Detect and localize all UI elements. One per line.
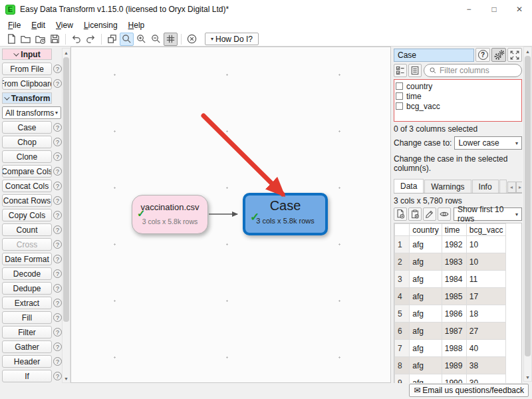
scroll-down-icon[interactable]: ▼ <box>524 373 531 381</box>
help-icon[interactable] <box>53 196 62 205</box>
sidebar-item-chop[interactable]: Chop <box>2 136 52 148</box>
zoom-in-icon[interactable] <box>134 33 148 46</box>
menu-help[interactable]: Help <box>123 19 150 31</box>
sidebar-item-from-clipboard[interactable]: From Clipboard <box>2 77 52 90</box>
source-node-vaccination[interactable]: ✓ vaccination.csv 3 cols x 5.8k rows <box>132 195 208 234</box>
undo-icon[interactable] <box>69 33 83 46</box>
help-icon[interactable] <box>53 152 62 161</box>
help-icon[interactable]: ? <box>475 48 490 62</box>
tab-scroll-right-icon[interactable]: ▸ <box>516 182 522 193</box>
cancel-icon[interactable] <box>185 33 199 46</box>
column-header-time[interactable]: time <box>442 224 466 236</box>
tab-data[interactable]: Data <box>394 179 424 194</box>
find-icon[interactable] <box>120 33 134 46</box>
scroll-down-icon[interactable]: ▼ <box>63 374 70 382</box>
tab-warnings[interactable]: Warnings <box>424 180 471 193</box>
help-icon[interactable] <box>53 240 62 249</box>
sidebar-item-extract[interactable]: Extract <box>2 297 52 309</box>
column-option-bcg_vacc[interactable]: bcg_vacc <box>396 101 521 111</box>
sidebar-item-compare-cols[interactable]: Compare Cols <box>2 165 52 178</box>
menu-file[interactable]: File <box>3 19 26 31</box>
column-header-bcg_vacc[interactable]: bcg_vacc <box>466 224 506 236</box>
list-view-icon[interactable] <box>408 64 422 77</box>
sidebar-scrollbar[interactable]: ▲ ▼ <box>62 48 70 383</box>
help-icon[interactable] <box>53 299 62 307</box>
show-rows-dropdown[interactable]: Show first 10 rows ▾ <box>454 207 522 221</box>
transform-node-case[interactable]: ✓ Case 3 cols x 5.8k rows <box>243 193 328 235</box>
recent-files-icon[interactable] <box>33 33 47 46</box>
help-icon[interactable] <box>53 269 62 278</box>
help-icon[interactable] <box>53 357 62 366</box>
sidebar-item-case[interactable]: Case <box>2 121 52 134</box>
help-icon[interactable] <box>53 211 62 219</box>
checkbox-bcg_vacc[interactable] <box>396 102 403 110</box>
help-icon[interactable] <box>53 342 62 351</box>
tab-scroll-left-icon[interactable]: ◂ <box>507 182 516 193</box>
zoom-out-icon[interactable] <box>149 33 163 46</box>
sidebar-item-fill[interactable]: Fill <box>2 311 52 324</box>
help-icon[interactable] <box>53 284 62 293</box>
save-icon[interactable] <box>48 33 62 46</box>
help-icon[interactable] <box>53 65 62 73</box>
help-icon[interactable] <box>53 328 62 336</box>
help-icon[interactable] <box>53 225 62 234</box>
scroll-up-icon[interactable]: ▲ <box>63 49 70 57</box>
sidebar-item-filter[interactable]: Filter <box>2 326 52 338</box>
help-icon[interactable] <box>53 123 62 132</box>
tab-com[interactable]: Com <box>499 180 507 193</box>
column-header-country[interactable]: country <box>410 224 442 236</box>
sidebar-item-concat-cols[interactable]: Concat Cols <box>2 180 52 192</box>
transform-section-header[interactable]: Transform <box>2 92 52 104</box>
help-icon[interactable] <box>53 138 62 146</box>
sidebar-item-if[interactable]: If <box>2 370 52 382</box>
settings-gears-icon[interactable] <box>491 48 506 62</box>
help-icon[interactable] <box>53 255 62 263</box>
sidebar-item-date-format[interactable]: Date Format <box>2 253 52 265</box>
sidebar-item-header[interactable]: Header <box>2 355 52 368</box>
sidebar-item-dedupe[interactable]: Dedupe <box>2 282 52 295</box>
scrollbar-thumb[interactable] <box>63 57 69 322</box>
new-file-icon[interactable] <box>4 33 18 46</box>
menu-licensing[interactable]: Licensing <box>78 19 123 31</box>
sidebar-item-from-file[interactable]: From File <box>2 63 52 75</box>
tab-info[interactable]: Info <box>472 180 499 193</box>
help-icon[interactable] <box>53 372 62 380</box>
sidebar-item-copy-cols[interactable]: Copy Cols <box>2 209 52 221</box>
edit-pencil-icon[interactable] <box>423 207 436 221</box>
duplicate-icon[interactable] <box>105 33 119 46</box>
filter-columns-search[interactable] <box>424 64 522 77</box>
sidebar-item-count[interactable]: Count <box>2 223 52 236</box>
help-icon[interactable] <box>53 167 62 176</box>
maximize-button[interactable]: □ <box>481 0 507 19</box>
copy-to-file-icon[interactable] <box>394 207 407 221</box>
how-do-i-button[interactable]: ▾ How Do I? <box>205 33 259 45</box>
transform-filter-dropdown[interactable]: All transforms ▾ <box>2 106 61 119</box>
grid-snap-icon[interactable] <box>164 33 178 46</box>
menu-edit[interactable]: Edit <box>26 19 51 31</box>
select-all-columns-icon[interactable] <box>394 64 407 77</box>
column-option-time[interactable]: time <box>396 91 521 101</box>
view-eye-icon[interactable] <box>438 207 451 221</box>
copy-to-clipboard-icon[interactable] <box>408 207 422 221</box>
change-case-dropdown[interactable]: Lower case ▾ <box>454 136 522 150</box>
sidebar-item-gather[interactable]: Gather <box>2 340 52 353</box>
scrollbar-thumb[interactable] <box>525 56 531 356</box>
scroll-up-icon[interactable]: ▲ <box>524 47 531 55</box>
sidebar-item-clone[interactable]: Clone <box>2 150 52 163</box>
open-folder-icon[interactable] <box>19 33 33 46</box>
help-icon[interactable] <box>53 313 62 322</box>
menu-view[interactable]: View <box>51 19 78 31</box>
expand-panel-icon[interactable] <box>507 48 522 62</box>
filter-columns-input[interactable] <box>440 66 517 75</box>
checkbox-country[interactable] <box>396 82 403 90</box>
checkbox-time[interactable] <box>396 92 403 100</box>
email-feedback-button[interactable]: ✉ Email us questions/feedback <box>409 384 529 397</box>
column-option-country[interactable]: country <box>396 81 521 91</box>
redo-icon[interactable] <box>84 33 98 46</box>
minimize-button[interactable]: − <box>456 0 481 19</box>
help-icon[interactable] <box>53 182 62 190</box>
node-name-field[interactable]: Case <box>394 49 474 62</box>
input-section-header[interactable]: Input <box>2 49 52 60</box>
close-button[interactable]: ✕ <box>507 0 532 19</box>
flow-canvas[interactable]: ✓ vaccination.csv 3 cols x 5.8k rows ✓ C… <box>70 47 391 383</box>
